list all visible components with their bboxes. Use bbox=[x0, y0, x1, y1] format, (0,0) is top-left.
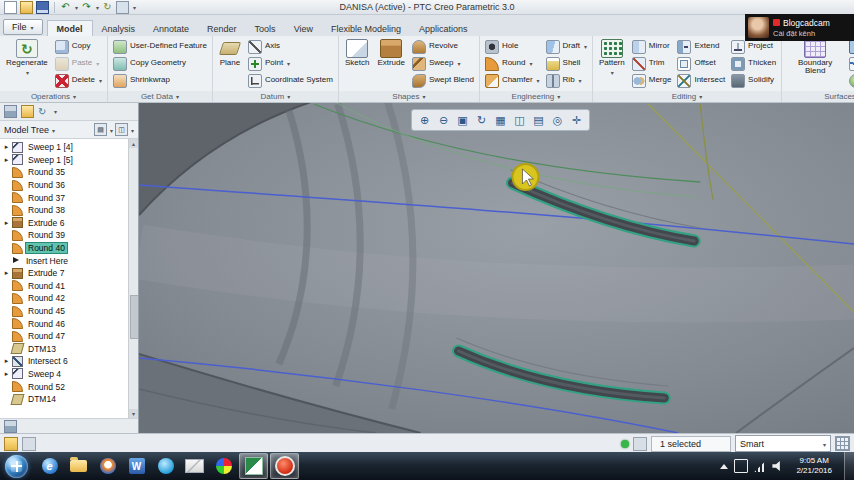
redo-dropdown-caret-icon[interactable] bbox=[95, 2, 99, 12]
tree-item-round-37[interactable]: Round 37 bbox=[2, 191, 138, 204]
expand-arrow-icon[interactable] bbox=[2, 269, 11, 277]
tree-item-insert-here[interactable]: Insert Here bbox=[2, 254, 138, 267]
display-tray-icon[interactable] bbox=[734, 459, 748, 473]
boundary-blend-button[interactable]: Boundary Blend bbox=[785, 38, 845, 89]
network-icon[interactable] bbox=[754, 460, 766, 472]
expand-arrow-icon[interactable] bbox=[2, 370, 11, 378]
freestyle-button[interactable]: Freestyle bbox=[847, 72, 854, 89]
taskbar-browser-button[interactable] bbox=[36, 454, 63, 478]
tree-filters-icon[interactable] bbox=[94, 123, 107, 136]
refit-button[interactable] bbox=[454, 112, 471, 128]
feature-info-icon[interactable] bbox=[4, 437, 18, 451]
sketch-button[interactable]: Sketch bbox=[342, 38, 372, 89]
scrollbar-thumb[interactable] bbox=[130, 295, 138, 339]
selection-filter-dropdown[interactable]: Smart bbox=[735, 435, 831, 452]
annotation-display-button[interactable] bbox=[549, 112, 566, 128]
tree-columns-icon[interactable] bbox=[115, 123, 128, 136]
tab-render[interactable]: Render bbox=[198, 21, 246, 36]
chamfer-button[interactable]: Chamfer bbox=[483, 72, 542, 89]
merge-button[interactable]: Merge bbox=[630, 72, 674, 89]
group-label-datum[interactable]: Datum bbox=[213, 91, 338, 103]
tree-item-dtm13[interactable]: DTM13 bbox=[2, 343, 138, 356]
mirror-button[interactable]: Mirror bbox=[630, 38, 674, 55]
tree-item-round-36[interactable]: Round 36 bbox=[2, 179, 138, 192]
3d-model-view[interactable] bbox=[139, 102, 854, 433]
undo-icon[interactable] bbox=[60, 2, 71, 13]
revolve-button[interactable]: Revolve bbox=[410, 38, 476, 55]
tree-item-extrude-6[interactable]: Extrude 6 bbox=[2, 217, 138, 230]
spin-center-button[interactable] bbox=[568, 112, 585, 128]
user-defined-feature-button[interactable]: User-Defined Feature bbox=[111, 38, 209, 55]
redo-icon[interactable] bbox=[81, 2, 92, 13]
copy-button[interactable]: Copy bbox=[53, 38, 104, 55]
round-button[interactable]: Round bbox=[483, 55, 542, 72]
hole-button[interactable]: Hole bbox=[483, 38, 542, 55]
tree-item-dtm14[interactable]: DTM14 bbox=[2, 393, 138, 406]
taskbar-paint-button[interactable] bbox=[210, 454, 237, 478]
taskbar-explorer-button[interactable] bbox=[65, 454, 92, 478]
repaint-button[interactable] bbox=[473, 112, 490, 128]
group-label-editing[interactable]: Editing bbox=[593, 91, 781, 103]
undo-dropdown-caret-icon[interactable] bbox=[74, 2, 78, 12]
solidify-button[interactable]: Solidify bbox=[729, 72, 778, 89]
tab-applications[interactable]: Applications bbox=[410, 21, 477, 36]
group-label-engineering[interactable]: Engineering bbox=[480, 91, 592, 103]
scroll-down-icon[interactable] bbox=[129, 409, 138, 418]
style-button[interactable]: Style bbox=[847, 55, 854, 72]
model-check-icon[interactable] bbox=[633, 437, 647, 451]
taskbar-media-player-button[interactable] bbox=[94, 454, 121, 478]
draft-button[interactable]: Draft bbox=[544, 38, 589, 55]
tab-flexible-modeling[interactable]: Flexible Modeling bbox=[322, 21, 410, 36]
point-button[interactable]: Point bbox=[246, 55, 335, 72]
tab-model[interactable]: Model bbox=[47, 20, 93, 36]
tree-item-round-47[interactable]: Round 47 bbox=[2, 330, 138, 343]
plane-button[interactable]: Plane bbox=[216, 38, 244, 89]
swept-blend-button[interactable]: Swept Blend bbox=[410, 72, 476, 89]
save-icon[interactable] bbox=[36, 1, 49, 14]
tree-scrollbar[interactable] bbox=[128, 139, 138, 418]
tree-item-round-52[interactable]: Round 52 bbox=[2, 380, 138, 393]
model-tree-caret-icon[interactable] bbox=[51, 125, 55, 135]
tree-item-round-35[interactable]: Round 35 bbox=[2, 166, 138, 179]
tree-item-round-38[interactable]: Round 38 bbox=[2, 204, 138, 217]
layer-tree-icon[interactable] bbox=[4, 105, 17, 118]
tab-annotate[interactable]: Annotate bbox=[144, 21, 198, 36]
tree-item-sweep-4[interactable]: Sweep 4 bbox=[2, 368, 138, 381]
group-label-get-data[interactable]: Get Data bbox=[108, 91, 212, 103]
expand-arrow-icon[interactable] bbox=[2, 156, 11, 164]
copy-geometry-button[interactable]: Copy Geometry bbox=[111, 55, 209, 72]
taskbar-skype-button[interactable] bbox=[152, 454, 179, 478]
tree-item-round-41[interactable]: Round 41 bbox=[2, 280, 138, 293]
pattern-button[interactable]: Pattern bbox=[596, 38, 628, 89]
file-menu-button[interactable]: File bbox=[3, 19, 43, 35]
zoom-out-button[interactable] bbox=[435, 112, 452, 128]
coordinate-system-button[interactable]: Coordinate System bbox=[246, 72, 335, 89]
volume-icon[interactable] bbox=[772, 460, 784, 472]
window-manager-icon[interactable] bbox=[116, 1, 129, 14]
window-dropdown-caret-icon[interactable] bbox=[132, 2, 136, 12]
find-tool-icon[interactable] bbox=[835, 436, 850, 451]
tree-item-sweep-1-4[interactable]: Sweep 1 [4] bbox=[2, 141, 138, 154]
tree-footer-icon[interactable] bbox=[4, 420, 17, 433]
zoom-in-button[interactable] bbox=[416, 112, 433, 128]
taskbar-creo-running-button[interactable] bbox=[239, 453, 268, 479]
axis-button[interactable]: Axis bbox=[246, 38, 335, 55]
thicken-button[interactable]: Thicken bbox=[729, 55, 778, 72]
tree-item-round-45[interactable]: Round 45 bbox=[2, 305, 138, 318]
extend-button[interactable]: Extend bbox=[675, 38, 727, 55]
folder-browser-icon[interactable] bbox=[21, 105, 34, 118]
intersect-button[interactable]: Intersect bbox=[675, 72, 727, 89]
channel-action[interactable]: Cài đặt kênh bbox=[773, 29, 830, 38]
graphics-area[interactable] bbox=[139, 102, 854, 433]
clock[interactable]: 9:05 AM 2/21/2016 bbox=[796, 456, 832, 476]
group-label-operations[interactable]: Operations bbox=[0, 91, 107, 103]
offset-button[interactable]: Offset bbox=[675, 55, 727, 72]
saved-views-button[interactable] bbox=[492, 112, 509, 128]
taskbar-word-button[interactable] bbox=[123, 454, 150, 478]
tree-item-intersect-6[interactable]: Intersect 6 bbox=[2, 355, 138, 368]
regenerate-quick-icon[interactable] bbox=[102, 2, 113, 13]
group-label-shapes[interactable]: Shapes bbox=[339, 91, 479, 103]
show-desktop-button[interactable] bbox=[844, 452, 854, 480]
tab-tools[interactable]: Tools bbox=[246, 21, 285, 36]
tray-expand-icon[interactable] bbox=[720, 464, 728, 469]
